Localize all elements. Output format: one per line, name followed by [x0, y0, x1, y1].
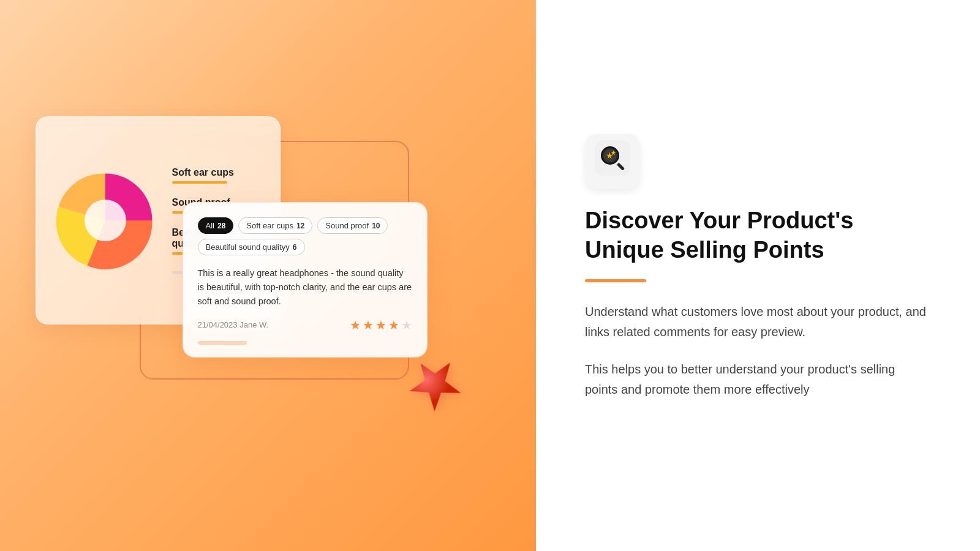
star-1: ★ — [350, 318, 361, 332]
cards-scene: Soft ear cups Sound proof Beautiful soun… — [36, 104, 501, 447]
svg-marker-1 — [400, 349, 468, 416]
star-rating: ★ ★ ★ ★ ★ — [350, 318, 412, 332]
tag-sound-count: 10 — [372, 222, 380, 230]
tag-sound-label: Sound proof — [325, 221, 369, 230]
star-5: ★ — [401, 318, 412, 332]
review-text: This is a really great headphones - the … — [198, 266, 412, 309]
app-icon-wrapper: ★ ★ — [585, 134, 640, 189]
title-line-2: Unique Selling Points — [585, 237, 824, 263]
star-3: ★ — [375, 318, 386, 332]
svg-text:★: ★ — [611, 149, 616, 156]
app-icon: ★ ★ — [595, 140, 630, 183]
title-line-1: Discover Your Product's — [585, 208, 853, 233]
legend-soft-ear-cups: Soft ear cups — [172, 167, 263, 184]
orange-divider — [585, 279, 646, 282]
tag-soft-label: Soft ear cups — [246, 221, 293, 230]
star-2: ★ — [363, 318, 374, 332]
main-title: Discover Your Product's Unique Selling P… — [585, 206, 931, 264]
tag-sound-proof[interactable]: Sound proof 10 — [317, 217, 388, 234]
tag-all-label: All — [206, 221, 214, 230]
legend-bar-soft — [172, 181, 227, 184]
left-panel: Soft ear cups Sound proof Beautiful soun… — [0, 0, 536, 551]
star-3d-decoration — [399, 348, 474, 430]
star-4: ★ — [388, 318, 399, 332]
tag-all-count: 28 — [217, 222, 225, 230]
card-bottom-bar — [198, 341, 247, 345]
tag-all[interactable]: All 28 — [198, 217, 234, 234]
review-card: All 28 Soft ear cups 12 Sound proof 10 B… — [183, 202, 428, 358]
svg-point-0 — [85, 200, 126, 241]
tag-soft-count: 12 — [296, 222, 304, 230]
description-1: Understand what customers love most abou… — [585, 302, 931, 342]
review-meta: 21/04/2023 Jane W. ★ ★ ★ ★ ★ — [198, 318, 412, 332]
right-panel: ★ ★ Discover Your Product's Unique Selli… — [536, 0, 980, 551]
tag-soft-ear-cups[interactable]: Soft ear cups 12 — [238, 217, 312, 234]
tag-beautiful-count: 6 — [293, 243, 297, 252]
description-2: This helps you to better understand your… — [585, 359, 931, 400]
tag-beautiful-label: Beautiful sound qualityy — [206, 242, 290, 252]
tags-row: All 28 Soft ear cups 12 Sound proof 10 B… — [198, 217, 412, 255]
review-date: 21/04/2023 Jane W. — [198, 320, 269, 329]
tag-beautiful-sound[interactable]: Beautiful sound qualityy 6 — [198, 239, 305, 255]
pie-chart — [53, 168, 157, 272]
